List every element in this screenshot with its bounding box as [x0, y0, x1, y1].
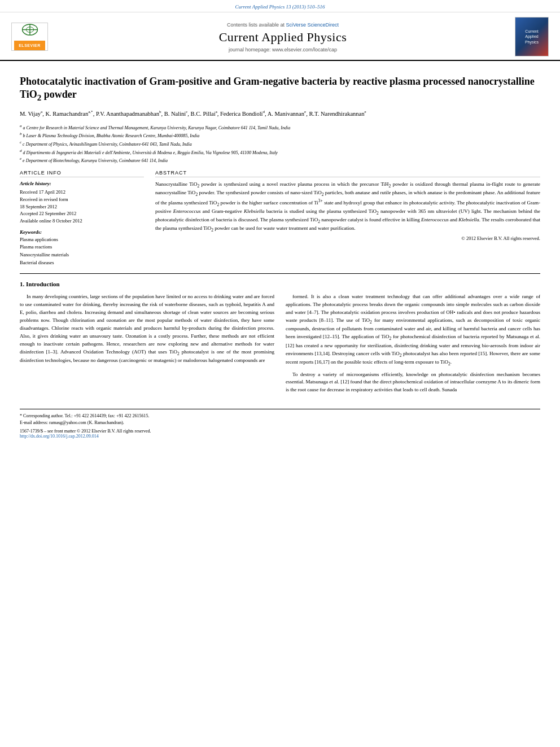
email-note: E-mail address: ramasg@yahoo.com (K. Ram…: [20, 420, 540, 426]
journal-homepage: journal homepage: www.elsevier.com/locat…: [56, 47, 509, 53]
authors-list: M. Vijaya, K. Ramachandrana,*, P.V. Anan…: [20, 109, 540, 118]
corresponding-author-note: * Corresponding author. Tel.: +91 422 26…: [20, 413, 540, 420]
issn-line: 1567-1739/$ – see front matter © 2012 El…: [20, 429, 540, 434]
affiliation-b: b b Laser & Plasma Technology Division, …: [20, 131, 540, 139]
affiliation-a: a a Centre for Research in Material Scie…: [20, 123, 540, 132]
journal-thumbnail: Current Applied Physics: [515, 17, 549, 56]
keywords-label: Keywords:: [20, 229, 144, 235]
affiliation-c: c c Department of Physics, Avinashilinga…: [20, 139, 540, 148]
abstract-header: ABSTRACT: [155, 170, 540, 177]
intro-para-1: In many developing countries, large sect…: [20, 293, 274, 365]
sciverse-text[interactable]: SciVerse ScienceDirect: [286, 22, 339, 28]
page: Current Applied Physics 13 (2013) 510–51…: [0, 0, 560, 747]
revised-date: 18 September 2012: [20, 203, 144, 211]
available-date: Available online 8 October 2012: [20, 217, 144, 225]
revised-label: Received in revised form: [20, 196, 144, 203]
elsevier-banner: ELSEVIER: [14, 41, 45, 50]
keyword-2: Plasma reactions: [20, 243, 144, 251]
affiliation-d: d d Dipartimento di Ingegneria dei Mater…: [20, 148, 540, 156]
article-info-header: ARTICLE INFO: [20, 170, 144, 177]
intro-left-col: In many developing countries, large sect…: [20, 293, 274, 397]
elsevier-logo-area: ELSEVIER: [11, 23, 51, 51]
main-content: Photocatalytic inactivation of Gram-posi…: [0, 61, 560, 450]
received-date: Received 17 April 2012: [20, 189, 144, 196]
copyright-text: © 2012 Elsevier B.V. All rights reserved…: [155, 235, 540, 241]
keyword-1: Plasma applications: [20, 236, 144, 244]
affiliation-e: e e Department of Biotechnology, Karunya…: [20, 156, 540, 164]
article-info-column: ARTICLE INFO Article history: Received 1…: [20, 170, 144, 267]
intro-section-title: 1. Introduction: [20, 281, 540, 287]
footer: * Corresponding author. Tel.: +91 422 26…: [20, 409, 540, 439]
sciverse-link[interactable]: Contents lists available at SciVerse Sci…: [56, 21, 509, 28]
keyword-3: Nanocrystalline materials: [20, 251, 144, 259]
intro-right-col: formed. It is also a clean water treatme…: [286, 293, 540, 397]
abstract-text: Nanocrystalline TiO2 powder is synthesiz…: [155, 181, 540, 233]
abstract-column: ABSTRACT Nanocrystalline TiO2 powder is …: [155, 170, 540, 267]
elsevier-label: ELSEVIER: [19, 43, 41, 47]
thumb-text: Current Applied Physics: [525, 29, 539, 44]
doi-line[interactable]: http://dx.doi.org/10.1016/j.cap.2012.09.…: [20, 434, 540, 439]
intro-body: In many developing countries, large sect…: [20, 293, 540, 397]
keyword-4: Bacterial diseases: [20, 259, 144, 267]
top-bar: Current Applied Physics 13 (2013) 510–51…: [0, 0, 560, 12]
doi-link[interactable]: http://dx.doi.org/10.1016/j.cap.2012.09.…: [20, 434, 99, 439]
elsevier-logo: ELSEVIER: [11, 23, 48, 51]
affiliations: a a Centre for Research in Material Scie…: [20, 123, 540, 164]
intro-para-2: formed. It is also a clean water treatme…: [286, 293, 540, 367]
journal-reference: Current Applied Physics 13 (2013) 510–51…: [235, 4, 325, 10]
intro-para-3: To destroy a variety of microorganisms e…: [286, 371, 540, 395]
info-abstract-section: ARTICLE INFO Article history: Received 1…: [20, 170, 540, 267]
accepted-date: Accepted 22 September 2012: [20, 210, 144, 217]
journal-title: Current Applied Physics: [56, 30, 509, 45]
intro-right-text: formed. It is also a clean water treatme…: [286, 293, 540, 394]
elsevier-emblem-icon: [16, 23, 44, 41]
article-history-label: Article history:: [20, 181, 144, 186]
article-title: Photocatalytic inactivation of Gram-posi…: [20, 75, 540, 103]
journal-header-center: Contents lists available at SciVerse Sci…: [51, 21, 515, 53]
intro-left-text: In many developing countries, large sect…: [20, 293, 274, 365]
section-divider: [20, 273, 540, 274]
journal-header: ELSEVIER Contents lists available at Sci…: [0, 12, 560, 61]
